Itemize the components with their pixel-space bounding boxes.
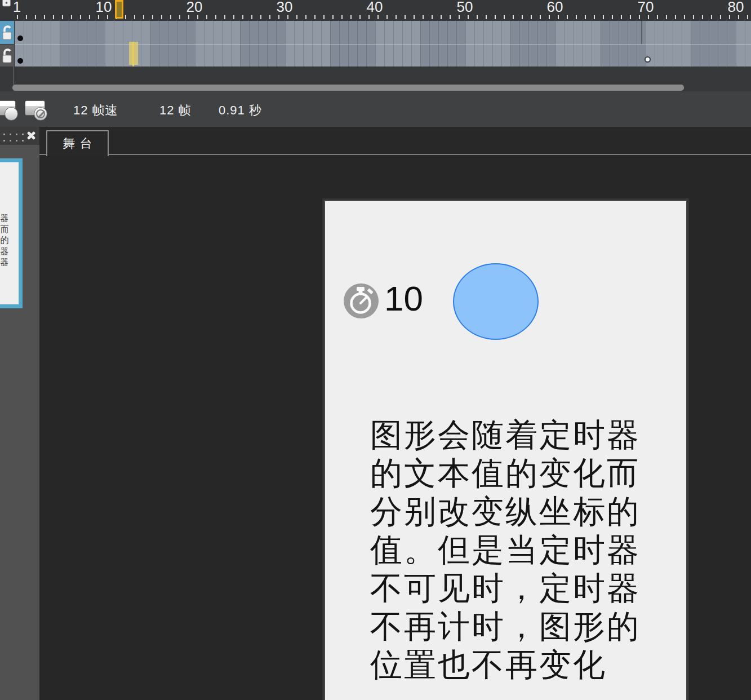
thumbnail-text-preview: 器 而 的 器 器 bbox=[0, 213, 9, 268]
filled-circle-icon bbox=[5, 107, 18, 121]
text-line: 图形会随着定时器 bbox=[370, 416, 652, 454]
pages-panel: 器 而 的 器 器 bbox=[0, 127, 39, 700]
timeline-frames-grid[interactable] bbox=[15, 21, 751, 67]
document-tab-bar: 舞台 bbox=[39, 127, 751, 155]
ruler-number: 20 bbox=[186, 0, 203, 16]
text-line: 的文本值的变化而 bbox=[370, 454, 652, 493]
stage-canvas[interactable]: 10 图形会随着定时器 的文本值的变化而 分别改变纵坐标的 值。但是当定时器 不… bbox=[324, 200, 687, 700]
open-padlock-icon bbox=[1, 47, 14, 64]
layer1-lock-button[interactable] bbox=[0, 21, 14, 44]
keyframe-dot-layer2[interactable] bbox=[17, 58, 23, 64]
ruler-number: 60 bbox=[547, 0, 563, 16]
tab-stage[interactable]: 舞台 bbox=[46, 130, 109, 156]
ruler-ticks bbox=[15, 15, 751, 19]
insert-blank-keyframe-button[interactable] bbox=[25, 98, 50, 122]
frame-span-boundary bbox=[641, 21, 642, 44]
close-panel-button[interactable] bbox=[25, 130, 37, 141]
stage-workspace: 10 图形会随着定时器 的文本值的变化而 分别改变纵坐标的 值。但是当定时器 不… bbox=[39, 155, 751, 700]
timeline-panel: 1 10 20 30 40 50 60 70 80 bbox=[0, 0, 751, 91]
tab-stage-label: 舞台 bbox=[59, 135, 97, 152]
text-line: 位置也不再变化 bbox=[370, 646, 652, 684]
ruler-number: 10 bbox=[96, 0, 112, 16]
ruler-number: 80 bbox=[728, 0, 744, 16]
text-line: 值。但是当定时器 bbox=[370, 531, 652, 569]
keyframe-dot-layer1[interactable] bbox=[17, 36, 23, 41]
duration-label: 0.91 秒 bbox=[219, 102, 262, 119]
page-thumbnail-selected[interactable]: 器 而 的 器 器 bbox=[0, 158, 23, 308]
timer-widget[interactable]: 10 bbox=[343, 281, 428, 321]
stage-paragraph-text[interactable]: 图形会随着定时器 的文本值的变化而 分别改变纵坐标的 值。但是当定时器 不可见时… bbox=[370, 416, 652, 684]
no-sign-icon bbox=[36, 109, 45, 118]
ruler-number: 30 bbox=[277, 0, 293, 16]
blank-keyframe-dot[interactable] bbox=[645, 56, 651, 63]
timeline-horizontal-scrollbar[interactable] bbox=[12, 85, 684, 91]
slashed-circle-icon bbox=[34, 107, 47, 121]
frame-rate-label: 12 帧速 bbox=[73, 102, 118, 119]
text-line: 分别改变纵坐标的 bbox=[370, 493, 652, 531]
ruler-number: 1 bbox=[13, 0, 21, 16]
timer-value-text[interactable]: 10 bbox=[384, 278, 423, 318]
drag-grip-dots-icon[interactable] bbox=[1, 131, 25, 141]
playhead-handle[interactable] bbox=[115, 0, 123, 19]
stopwatch-icon bbox=[343, 283, 379, 321]
layer-controls-column bbox=[0, 21, 14, 67]
timeline-status-bar: 12 帧速 12 帧 0.91 秒 bbox=[0, 91, 751, 127]
ruler-number: 40 bbox=[367, 0, 383, 16]
text-line: 不再计时，图形的 bbox=[370, 608, 652, 646]
open-padlock-icon bbox=[1, 24, 14, 41]
frame-count-label: 12 帧 bbox=[159, 102, 192, 119]
pages-panel-header[interactable] bbox=[0, 127, 39, 145]
lock-column-header-icon bbox=[1, 0, 12, 8]
layer2-lock-button[interactable] bbox=[0, 44, 14, 67]
ruler-number: 50 bbox=[457, 0, 473, 16]
text-line: 不可见时，定时器 bbox=[370, 569, 652, 608]
layer-row-divider bbox=[15, 44, 751, 45]
blue-ellipse-shape[interactable] bbox=[453, 263, 539, 340]
ruler-number: 70 bbox=[638, 0, 654, 16]
insert-keyframe-button[interactable] bbox=[0, 98, 20, 122]
